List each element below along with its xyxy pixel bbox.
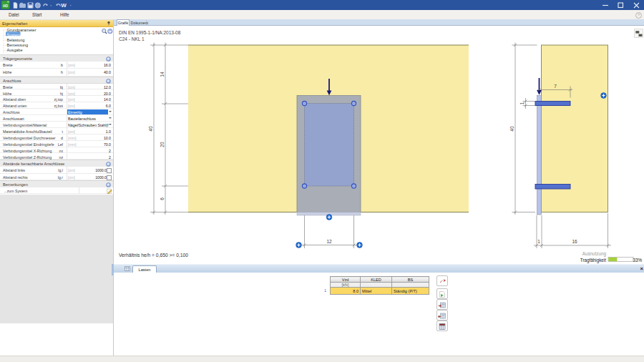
svg-text:12: 12 — [326, 239, 332, 244]
svg-text:DIN EN 1995-1-1/NA:2013-08: DIN EN 1995-1-1/NA:2013-08 — [119, 30, 181, 35]
svg-text:C24 - NKL 1: C24 - NKL 1 — [119, 36, 145, 41]
svg-text:Ausnutzung: Ausnutzung — [582, 251, 607, 257]
svg-text:40: 40 — [148, 126, 153, 132]
svg-text:40: 40 — [509, 126, 514, 132]
svg-text:Tragfähigkeit: Tragfähigkeit — [580, 258, 606, 263]
svg-text:20: 20 — [160, 142, 165, 147]
svg-text:HO: HO — [3, 4, 8, 8]
svg-text:6: 6 — [160, 197, 165, 200]
svg-text:33%: 33% — [633, 258, 642, 263]
svg-text:16: 16 — [572, 239, 577, 244]
svg-text:14: 14 — [160, 72, 165, 77]
svg-text:W: W — [61, 2, 67, 9]
svg-text:1: 1 — [519, 102, 525, 104]
svg-text:7: 7 — [554, 84, 557, 89]
svg-text:Verhältnis he/h = 0,650 >=: Verhältnis he/h = 0,650 >= 0,100 — [119, 253, 188, 258]
svg-text:1: 1 — [537, 239, 540, 244]
